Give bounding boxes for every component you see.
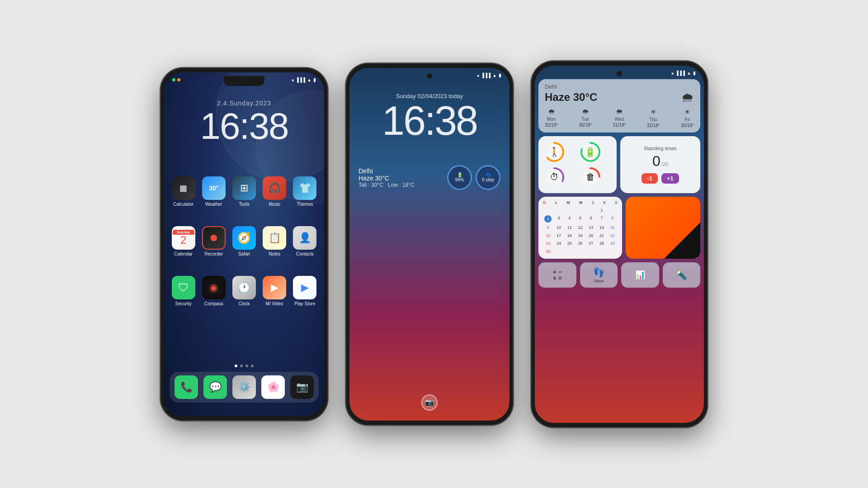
app-clock[interactable]: 🕐 Clock xyxy=(230,276,258,306)
battery-widget-icon: 🔋 xyxy=(457,172,462,177)
control-center: Delhi Haze 30°C 🌧 🌧 Mon 32/19° 🌧 Tue 30/… xyxy=(538,79,700,419)
minus-button[interactable]: -1 xyxy=(642,173,658,184)
app-recorder[interactable]: ⏺ Recorder xyxy=(200,226,227,256)
dock-messages[interactable]: 💬 xyxy=(202,375,228,399)
app-music[interactable]: 🎧 Music xyxy=(261,176,288,207)
contacts-label: Contacts xyxy=(296,251,314,256)
cc-weather-city: Delhi xyxy=(545,84,694,90)
c4 xyxy=(586,207,596,214)
playstore-icon: ▶ xyxy=(293,276,316,299)
c-26: 26 xyxy=(575,240,585,247)
quick-torch-icon: 🔦 xyxy=(676,270,687,280)
clock-icon: 🕐 xyxy=(232,276,256,299)
themes-icon: 👕 xyxy=(293,176,316,200)
quick-steps-label: Steps xyxy=(594,279,604,283)
c-25: 25 xyxy=(564,240,575,247)
quick-calc-icon: + −× = xyxy=(553,269,562,281)
app-notes[interactable]: 📋 Notes xyxy=(261,226,288,256)
weather-city-2: Delhi xyxy=(359,167,415,175)
weather-condition-2: Haze 30°C xyxy=(359,175,415,182)
app-safari[interactable]: 🧭 Safari xyxy=(230,226,258,256)
weather-low: Low : 18°C xyxy=(388,182,415,188)
phone-2: ⁎ ▐▐▐ ▲ ▮ Sunday 02/04/2023 today 16:38 … xyxy=(346,63,513,425)
contacts-icon: 👤 xyxy=(293,226,316,250)
c-12: 12 xyxy=(575,224,585,232)
app-calendar[interactable]: Sunday 2 Calendar xyxy=(170,226,197,256)
c-5: 5 xyxy=(575,214,585,223)
app-playstore[interactable]: ▶ Play Store xyxy=(291,276,319,306)
app-tools[interactable]: ⊞ Tools xyxy=(230,176,258,207)
app-row-1: ▦ Calculator 30° Weather ⊞ Tools 🎧 xyxy=(164,176,324,207)
compass-icon: ◉ xyxy=(202,276,226,299)
c1 xyxy=(554,207,564,214)
c-8: 8 xyxy=(607,214,618,223)
quick-steps[interactable]: 👣 Steps xyxy=(580,262,618,288)
dock-phone[interactable]: 📞 xyxy=(173,375,199,399)
signal-icon-3: ▐▐▐ xyxy=(675,71,685,76)
steps-widget: 👣 0 step xyxy=(476,165,500,190)
cal-d: D xyxy=(543,200,546,205)
app-mivideo[interactable]: ▶ Mi Video xyxy=(261,276,288,306)
timer-ring-icon: ⏱ xyxy=(550,172,559,182)
ce1 xyxy=(554,248,564,256)
cal-header: D L M M J V S xyxy=(543,200,618,205)
activity-widget: 🚶 🔋 xyxy=(538,136,617,193)
standing-count: 0 xyxy=(652,153,660,170)
forecast-thu: ☀ Thu 32/18° xyxy=(647,108,660,128)
dot-1 xyxy=(235,365,237,367)
calculator-icon: ▦ xyxy=(172,176,195,200)
recorder-icon: ⏺ xyxy=(202,226,226,250)
dock-photos[interactable]: 🌸 xyxy=(260,375,286,399)
status-icons: ⁎ ▐▐▐ ▲ ▮ xyxy=(292,77,316,82)
c0 xyxy=(543,207,553,214)
plus-button[interactable]: +1 xyxy=(661,173,679,184)
app-themes[interactable]: 👕 Themes xyxy=(291,176,319,207)
notes-label: Notes xyxy=(269,251,280,256)
app-security[interactable]: 🛡 Security xyxy=(170,276,197,306)
app-weather[interactable]: 30° Weather xyxy=(200,176,227,207)
quick-torch[interactable]: 🔦 xyxy=(663,262,701,288)
phone1-time: 16:38 xyxy=(164,108,324,145)
battery-widget: 🔋 94% xyxy=(447,165,472,190)
cc-bottom-row: D L M M J V S 1 xyxy=(538,197,700,259)
c-4: 4 xyxy=(564,214,575,223)
weather-icon: 30° xyxy=(202,176,226,200)
dot-green xyxy=(172,78,175,81)
wifi-icon-2: ▲ xyxy=(492,73,497,78)
quick-sound[interactable]: 📊 xyxy=(621,262,659,288)
dot-4 xyxy=(251,365,254,367)
battery-widget-label: 94% xyxy=(455,177,464,182)
phone2-widgets: 🔋 94% 👣 0 step xyxy=(447,165,500,190)
quick-tiles: + −× = 👣 Steps 📊 🔦 xyxy=(538,262,700,288)
c-1: 1 xyxy=(597,207,607,214)
calendar-icon: Sunday 2 xyxy=(172,226,195,250)
photos-dock-icon: 🌸 xyxy=(261,375,285,399)
dock-settings[interactable]: ⚙️ xyxy=(231,375,257,399)
weather-widget: Delhi Haze 30°C 🌧 🌧 Mon 32/19° 🌧 Tue 30/… xyxy=(538,79,700,133)
c2 xyxy=(564,207,575,214)
camera-button[interactable]: 📷 xyxy=(421,394,438,411)
c-10: 10 xyxy=(554,224,564,232)
punch-hole xyxy=(427,73,432,79)
quick-sound-icon: 📊 xyxy=(635,270,645,280)
safari-label: Safari xyxy=(238,251,250,256)
signal-icon-2: ▐▐▐ xyxy=(481,73,491,78)
cc-weather-icon: 🌧 xyxy=(681,90,694,105)
phone-1: ⁎ ▐▐▐ ▲ ▮ 2.4.Sunday.2023 16:38 ▦ Calcul… xyxy=(160,68,328,421)
forecast-tue: 🌧 Tue 30/18° xyxy=(579,108,592,128)
cc-middle-row: 🚶 🔋 xyxy=(538,136,700,193)
standing-buttons: -1 +1 xyxy=(642,173,679,184)
standing-widget: Standing times 0 /20 -1 +1 xyxy=(620,136,700,193)
security-icon: 🛡 xyxy=(172,276,195,299)
dock-camera[interactable]: 📷 xyxy=(289,375,315,399)
c-11: 11 xyxy=(564,224,575,232)
cal-s: S xyxy=(615,200,618,205)
signal-icon: ▐▐▐ xyxy=(296,77,305,82)
cal-v: V xyxy=(603,200,606,205)
app-calculator[interactable]: ▦ Calculator xyxy=(170,176,197,207)
app-contacts[interactable]: 👤 Contacts xyxy=(291,226,319,256)
cc-weather-temp: Haze 30°C xyxy=(545,91,597,104)
quick-calculator[interactable]: + −× = xyxy=(538,262,576,288)
app-compass[interactable]: ◉ Compass xyxy=(200,276,227,306)
ce5 xyxy=(597,248,607,256)
